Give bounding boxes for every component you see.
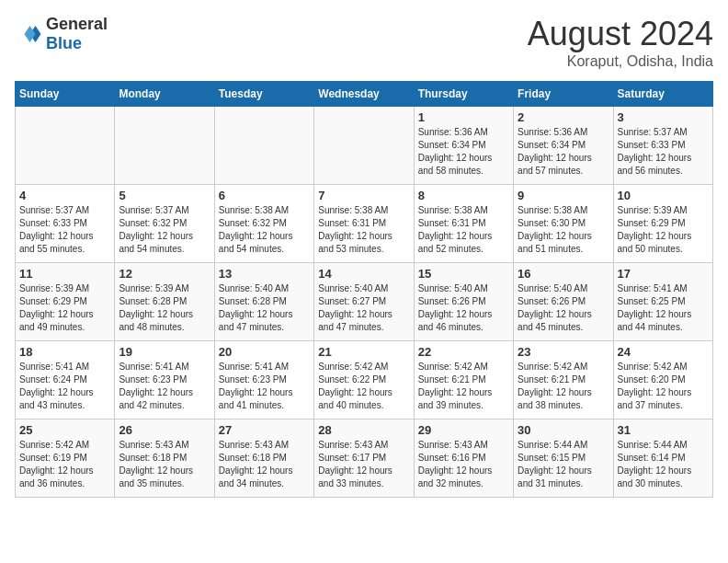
day-number: 29: [418, 423, 509, 437]
calendar-table: SundayMondayTuesdayWednesdayThursdayFrid…: [15, 81, 713, 498]
day-number: 13: [219, 267, 310, 281]
day-info: Sunrise: 5:40 AM Sunset: 6:26 PM Dayligh…: [518, 282, 609, 334]
day-info: Sunrise: 5:42 AM Sunset: 6:19 PM Dayligh…: [19, 439, 110, 490]
week-row-4: 18Sunrise: 5:41 AM Sunset: 6:24 PM Dayli…: [16, 341, 713, 419]
week-row-3: 11Sunrise: 5:39 AM Sunset: 6:29 PM Dayli…: [16, 263, 713, 341]
calendar-cell: 27Sunrise: 5:43 AM Sunset: 6:18 PM Dayli…: [214, 419, 313, 498]
calendar-cell: [16, 107, 115, 185]
day-info: Sunrise: 5:37 AM Sunset: 6:33 PM Dayligh…: [618, 126, 709, 178]
calendar-cell: 25Sunrise: 5:42 AM Sunset: 6:19 PM Dayli…: [16, 419, 115, 498]
logo-blue-text: Blue: [46, 34, 108, 53]
calendar-cell: 23Sunrise: 5:42 AM Sunset: 6:21 PM Dayli…: [514, 341, 613, 419]
calendar-cell: 14Sunrise: 5:40 AM Sunset: 6:27 PM Dayli…: [314, 263, 414, 341]
week-row-2: 4Sunrise: 5:37 AM Sunset: 6:33 PM Daylig…: [16, 185, 713, 263]
day-info: Sunrise: 5:41 AM Sunset: 6:25 PM Dayligh…: [618, 282, 709, 334]
day-info: Sunrise: 5:43 AM Sunset: 6:18 PM Dayligh…: [219, 439, 310, 490]
calendar-cell: 9Sunrise: 5:38 AM Sunset: 6:30 PM Daylig…: [514, 185, 613, 263]
day-info: Sunrise: 5:42 AM Sunset: 6:22 PM Dayligh…: [318, 361, 409, 412]
day-number: 15: [418, 267, 509, 281]
day-info: Sunrise: 5:43 AM Sunset: 6:17 PM Dayligh…: [318, 439, 409, 490]
day-info: Sunrise: 5:42 AM Sunset: 6:21 PM Dayligh…: [418, 361, 509, 412]
day-info: Sunrise: 5:39 AM Sunset: 6:28 PM Dayligh…: [119, 282, 210, 334]
day-number: 9: [518, 189, 609, 202]
day-info: Sunrise: 5:40 AM Sunset: 6:27 PM Dayligh…: [318, 282, 409, 334]
day-info: Sunrise: 5:40 AM Sunset: 6:26 PM Dayligh…: [418, 282, 509, 334]
calendar-cell: 31Sunrise: 5:44 AM Sunset: 6:14 PM Dayli…: [613, 419, 712, 498]
day-number: 2: [518, 110, 609, 124]
day-number: 16: [518, 267, 609, 281]
day-info: Sunrise: 5:38 AM Sunset: 6:32 PM Dayligh…: [219, 204, 310, 256]
day-header-sunday: Sunday: [16, 82, 115, 107]
day-number: 12: [119, 267, 210, 281]
day-number: 21: [318, 345, 409, 359]
calendar-cell: 30Sunrise: 5:44 AM Sunset: 6:15 PM Dayli…: [514, 419, 613, 498]
logo: General Blue: [15, 15, 108, 53]
logo-icon: [15, 20, 42, 48]
calendar-cell: [314, 107, 414, 185]
logo-text: General Blue: [46, 15, 108, 53]
calendar-cell: 28Sunrise: 5:43 AM Sunset: 6:17 PM Dayli…: [314, 419, 414, 498]
calendar-cell: [214, 107, 313, 185]
day-info: Sunrise: 5:41 AM Sunset: 6:23 PM Dayligh…: [119, 361, 210, 412]
day-info: Sunrise: 5:42 AM Sunset: 6:21 PM Dayligh…: [518, 361, 609, 412]
day-header-tuesday: Tuesday: [214, 82, 313, 107]
day-info: Sunrise: 5:41 AM Sunset: 6:24 PM Dayligh…: [19, 361, 110, 412]
day-info: Sunrise: 5:36 AM Sunset: 6:34 PM Dayligh…: [518, 126, 609, 178]
calendar-cell: [115, 107, 214, 185]
title-block: August 2024 Koraput, Odisha, India: [528, 15, 713, 70]
day-info: Sunrise: 5:43 AM Sunset: 6:18 PM Dayligh…: [119, 439, 210, 490]
logo-general-text: General: [46, 15, 108, 34]
day-info: Sunrise: 5:39 AM Sunset: 6:29 PM Dayligh…: [618, 204, 709, 256]
day-number: 5: [119, 189, 210, 202]
day-header-friday: Friday: [514, 82, 613, 107]
day-number: 24: [618, 345, 709, 359]
day-number: 10: [618, 189, 709, 202]
calendar-cell: 11Sunrise: 5:39 AM Sunset: 6:29 PM Dayli…: [16, 263, 115, 341]
day-info: Sunrise: 5:38 AM Sunset: 6:31 PM Dayligh…: [418, 204, 509, 256]
calendar-cell: 21Sunrise: 5:42 AM Sunset: 6:22 PM Dayli…: [314, 341, 414, 419]
calendar-cell: 10Sunrise: 5:39 AM Sunset: 6:29 PM Dayli…: [613, 185, 712, 263]
day-number: 6: [219, 189, 310, 202]
day-number: 3: [618, 110, 709, 124]
day-number: 22: [418, 345, 509, 359]
day-header-monday: Monday: [115, 82, 214, 107]
calendar-cell: 19Sunrise: 5:41 AM Sunset: 6:23 PM Dayli…: [115, 341, 214, 419]
calendar-cell: 22Sunrise: 5:42 AM Sunset: 6:21 PM Dayli…: [414, 341, 513, 419]
header-row: SundayMondayTuesdayWednesdayThursdayFrid…: [16, 82, 713, 107]
day-number: 28: [318, 423, 409, 437]
day-number: 18: [19, 345, 110, 359]
calendar-cell: 8Sunrise: 5:38 AM Sunset: 6:31 PM Daylig…: [414, 185, 513, 263]
calendar-cell: 26Sunrise: 5:43 AM Sunset: 6:18 PM Dayli…: [115, 419, 214, 498]
day-number: 14: [318, 267, 409, 281]
calendar-cell: 3Sunrise: 5:37 AM Sunset: 6:33 PM Daylig…: [613, 107, 712, 185]
day-number: 7: [318, 189, 409, 202]
day-info: Sunrise: 5:42 AM Sunset: 6:20 PM Dayligh…: [618, 361, 709, 412]
location-title: Koraput, Odisha, India: [528, 53, 713, 70]
day-number: 26: [119, 423, 210, 437]
day-info: Sunrise: 5:39 AM Sunset: 6:29 PM Dayligh…: [19, 282, 110, 334]
day-info: Sunrise: 5:44 AM Sunset: 6:14 PM Dayligh…: [618, 439, 709, 490]
day-info: Sunrise: 5:37 AM Sunset: 6:32 PM Dayligh…: [119, 204, 210, 256]
day-header-thursday: Thursday: [414, 82, 513, 107]
calendar-cell: 17Sunrise: 5:41 AM Sunset: 6:25 PM Dayli…: [613, 263, 712, 341]
day-info: Sunrise: 5:40 AM Sunset: 6:28 PM Dayligh…: [219, 282, 310, 334]
header: General Blue August 2024 Koraput, Odisha…: [15, 15, 713, 70]
day-info: Sunrise: 5:43 AM Sunset: 6:16 PM Dayligh…: [418, 439, 509, 490]
day-number: 31: [618, 423, 709, 437]
day-number: 20: [219, 345, 310, 359]
calendar-cell: 12Sunrise: 5:39 AM Sunset: 6:28 PM Dayli…: [115, 263, 214, 341]
calendar-cell: 2Sunrise: 5:36 AM Sunset: 6:34 PM Daylig…: [514, 107, 613, 185]
day-info: Sunrise: 5:38 AM Sunset: 6:30 PM Dayligh…: [518, 204, 609, 256]
day-number: 30: [518, 423, 609, 437]
day-number: 17: [618, 267, 709, 281]
calendar-cell: 24Sunrise: 5:42 AM Sunset: 6:20 PM Dayli…: [613, 341, 712, 419]
day-number: 27: [219, 423, 310, 437]
day-number: 19: [119, 345, 210, 359]
day-number: 11: [19, 267, 110, 281]
day-info: Sunrise: 5:41 AM Sunset: 6:23 PM Dayligh…: [219, 361, 310, 412]
calendar-cell: 13Sunrise: 5:40 AM Sunset: 6:28 PM Dayli…: [214, 263, 313, 341]
day-header-saturday: Saturday: [613, 82, 712, 107]
day-info: Sunrise: 5:44 AM Sunset: 6:15 PM Dayligh…: [518, 439, 609, 490]
day-info: Sunrise: 5:37 AM Sunset: 6:33 PM Dayligh…: [19, 204, 110, 256]
calendar-cell: 6Sunrise: 5:38 AM Sunset: 6:32 PM Daylig…: [214, 185, 313, 263]
